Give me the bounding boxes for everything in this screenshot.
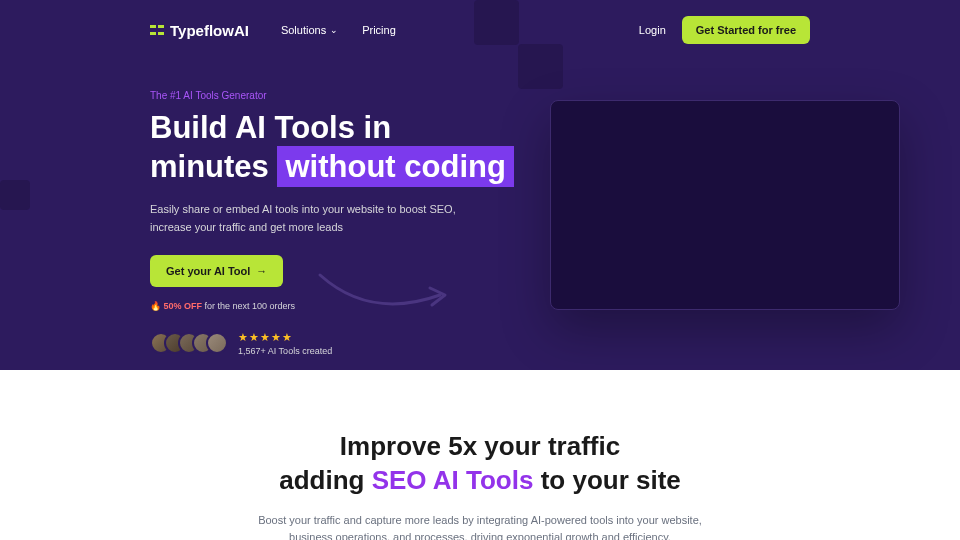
login-link[interactable]: Login	[639, 24, 666, 36]
get-started-button[interactable]: Get Started for free	[682, 16, 810, 44]
avatar-stack	[150, 332, 228, 354]
brand-name: TypeflowAI	[170, 22, 249, 39]
s2-line2-post: to your site	[533, 465, 680, 495]
logo-icon	[150, 23, 164, 37]
tagline: The #1 AI Tools Generator	[150, 90, 810, 101]
logo[interactable]: TypeflowAI	[150, 22, 249, 39]
tools-count: 1,567+ AI Tools created	[238, 346, 332, 356]
rating-wrap: ★★★★★ 1,567+ AI Tools created	[238, 331, 332, 356]
offer-rest: for the next 100 orders	[202, 301, 295, 311]
navbar: TypeflowAI Solutions ⌄ Pricing Login Get…	[0, 0, 960, 60]
nav-pricing[interactable]: Pricing	[362, 24, 396, 36]
s2-line1: Improve 5x your traffic	[340, 431, 620, 461]
star-icons: ★★★★★	[238, 331, 332, 344]
s2-line2-pre: adding	[279, 465, 371, 495]
arrow-right-icon: →	[256, 265, 267, 277]
section2-subtitle: Boost your traffic and capture more lead…	[240, 512, 720, 540]
get-tool-label: Get your AI Tool	[166, 265, 250, 277]
nav-pricing-label: Pricing	[362, 24, 396, 36]
s2-highlight: SEO AI Tools	[372, 465, 534, 495]
social-proof: ★★★★★ 1,567+ AI Tools created	[150, 331, 810, 356]
title-line1: Build AI Tools in	[150, 110, 391, 145]
hero-subtitle: Easily share or embed AI tools into your…	[150, 201, 490, 236]
nav-right: Login Get Started for free	[639, 16, 810, 44]
avatar	[206, 332, 228, 354]
nav-solutions[interactable]: Solutions ⌄	[281, 24, 338, 36]
get-tool-button[interactable]: Get your AI Tool →	[150, 255, 283, 287]
title-highlight: without coding	[277, 146, 513, 187]
nav-solutions-label: Solutions	[281, 24, 326, 36]
hero-section: TypeflowAI Solutions ⌄ Pricing Login Get…	[0, 0, 960, 370]
title-line2-pre: minutes	[150, 149, 269, 184]
offer-badge: 🔥 50% OFF	[150, 301, 202, 311]
chevron-down-icon: ⌄	[330, 25, 338, 35]
nav-links: Solutions ⌄ Pricing	[281, 24, 396, 36]
traffic-section: Improve 5x your traffic adding SEO AI To…	[0, 370, 960, 540]
hero-content: The #1 AI Tools Generator Build AI Tools…	[0, 60, 960, 356]
hero-title: Build AI Tools in minutes without coding	[150, 109, 810, 187]
section2-title: Improve 5x your traffic adding SEO AI To…	[150, 430, 810, 498]
offer-text: 🔥 50% OFF for the next 100 orders	[150, 301, 810, 311]
